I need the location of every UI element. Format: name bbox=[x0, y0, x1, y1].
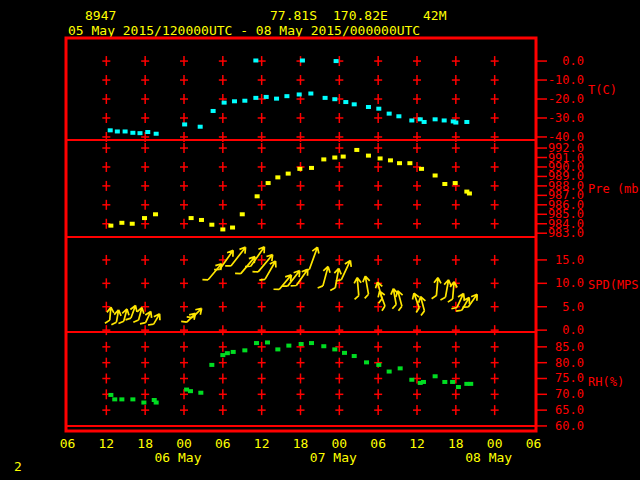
humidity-point bbox=[254, 341, 259, 345]
temperature-point bbox=[123, 129, 128, 133]
temperature-point bbox=[409, 118, 414, 122]
humidity-point bbox=[387, 370, 392, 374]
humidity-point bbox=[209, 363, 214, 367]
pressure-point bbox=[275, 175, 280, 179]
hour-label: 00 bbox=[332, 436, 348, 451]
humidity-point bbox=[421, 380, 426, 384]
wind-barb bbox=[318, 265, 332, 290]
pressure-point bbox=[153, 212, 158, 216]
wind-barb bbox=[282, 268, 303, 291]
pressure-point bbox=[354, 148, 359, 152]
pressure-point bbox=[230, 226, 235, 230]
temperature-point bbox=[130, 131, 135, 135]
wind-barb bbox=[202, 261, 224, 285]
temperature-point bbox=[115, 129, 120, 133]
humidity-point bbox=[442, 380, 447, 384]
wind-barb bbox=[432, 277, 442, 299]
humidity-point bbox=[376, 363, 381, 367]
humidity-point bbox=[119, 397, 124, 401]
humidity-point bbox=[130, 397, 135, 401]
wind-barb bbox=[118, 308, 130, 326]
axis-title-humidity: RH(%) bbox=[588, 375, 624, 389]
pressure-point bbox=[467, 191, 472, 195]
temperature-point bbox=[343, 100, 348, 104]
humidity-point bbox=[112, 397, 117, 401]
humidity-point bbox=[342, 351, 347, 355]
temperature-point bbox=[300, 58, 305, 62]
axis-tick-label: 15.0 bbox=[555, 253, 584, 267]
temperature-point bbox=[222, 101, 227, 105]
hour-label: 06 bbox=[215, 436, 231, 451]
axis-tick-label: 10.0 bbox=[555, 276, 584, 290]
grid-crosses-humidity bbox=[102, 342, 498, 415]
temperature-point bbox=[464, 120, 469, 124]
humidity-point bbox=[286, 344, 291, 348]
humidity-point bbox=[220, 353, 225, 357]
temperature-point bbox=[352, 102, 357, 106]
pressure-point bbox=[341, 155, 346, 159]
axis-tick-label: -20.0 bbox=[548, 92, 584, 106]
temperature-point bbox=[376, 107, 381, 111]
wind-barb bbox=[463, 292, 480, 312]
wind-barb bbox=[304, 246, 321, 274]
hour-label: 06 bbox=[526, 436, 542, 451]
temperature-point bbox=[264, 95, 269, 99]
x-axis-hour-labels: 06121800061218000612180006 bbox=[60, 436, 542, 451]
temperature-point bbox=[253, 58, 258, 62]
pressure-point bbox=[366, 154, 371, 158]
pressure-point bbox=[309, 166, 314, 170]
humidity-point bbox=[433, 374, 438, 378]
axis-tick-label: 0.0 bbox=[562, 323, 584, 337]
temperature-point bbox=[297, 92, 302, 96]
temperature-point bbox=[242, 99, 247, 103]
hour-label: 18 bbox=[448, 436, 464, 451]
humidity-point bbox=[409, 378, 414, 382]
wind-barbs bbox=[105, 244, 480, 329]
humidity-point bbox=[352, 354, 357, 358]
humidity-point bbox=[456, 385, 461, 389]
wind-barb bbox=[214, 248, 236, 274]
temperature-point bbox=[274, 97, 279, 101]
wind-barb bbox=[353, 277, 363, 299]
pressure-point bbox=[266, 181, 271, 185]
axis-tick-label: 70.0 bbox=[555, 387, 584, 401]
humidity-point bbox=[198, 391, 203, 395]
humidity-point bbox=[231, 350, 236, 354]
axis-title-temperature: T(C) bbox=[588, 83, 617, 97]
pressure-point bbox=[297, 167, 302, 171]
wind-barb bbox=[245, 244, 267, 271]
axis-tick-label: 80.0 bbox=[555, 356, 584, 370]
temperature-point bbox=[198, 125, 203, 129]
grid-crosses-wind_speed bbox=[102, 255, 498, 335]
hour-label: 06 bbox=[60, 436, 76, 451]
pressure-point bbox=[378, 156, 383, 160]
humidity-point bbox=[321, 344, 326, 348]
humidity-point bbox=[332, 347, 337, 351]
temperature-point bbox=[182, 122, 187, 126]
pressure-point bbox=[433, 173, 438, 177]
humidity-point bbox=[225, 351, 230, 355]
temperature-point bbox=[137, 131, 142, 135]
pressure-point bbox=[419, 167, 424, 171]
panel-temperature: 0.0-10.0-20.0-30.0-40.0T(C) bbox=[102, 54, 617, 144]
right-axis-wind_speed: 15.010.05.00.0 bbox=[535, 253, 584, 337]
right-axis-temperature: 0.0-10.0-20.0-30.0-40.0 bbox=[535, 54, 584, 144]
temperature-point bbox=[323, 96, 328, 100]
humidity-point bbox=[364, 360, 369, 364]
pressure-point bbox=[240, 212, 245, 216]
temperature-point bbox=[232, 99, 237, 103]
pressure-point bbox=[286, 172, 291, 176]
temperature-point bbox=[334, 59, 339, 63]
axis-tick-label: 75.0 bbox=[555, 371, 584, 385]
pressure-point bbox=[321, 157, 326, 161]
axis-tick-label: -30.0 bbox=[548, 111, 584, 125]
grid-crosses-temperature bbox=[102, 56, 498, 142]
date-label: 07 May bbox=[310, 450, 357, 465]
humidity-point bbox=[108, 393, 113, 397]
temperature-point bbox=[366, 105, 371, 109]
wind-barb bbox=[181, 310, 198, 327]
humidity-point bbox=[242, 348, 247, 352]
pressure-point bbox=[209, 223, 214, 227]
pressure-point bbox=[142, 216, 147, 220]
pressure-point bbox=[108, 224, 113, 228]
